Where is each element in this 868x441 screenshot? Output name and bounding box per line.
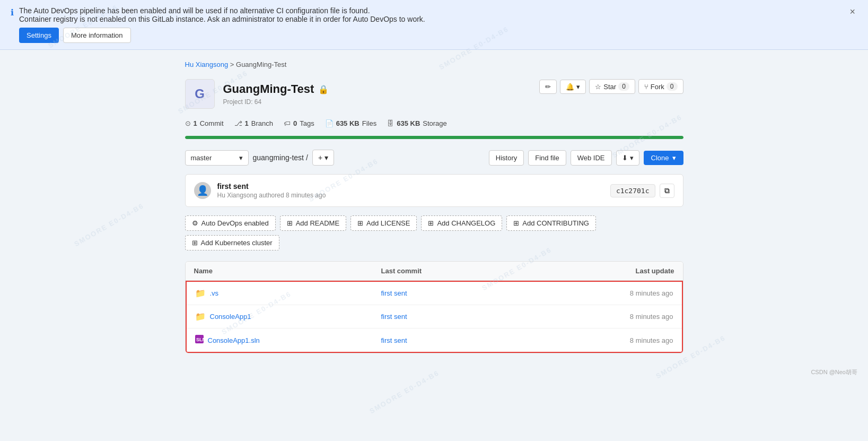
chevron-down-icon: ▾ [630, 154, 634, 162]
storage-size: 635 KB [397, 119, 420, 127]
plus-box-icon: ⊞ [428, 219, 434, 227]
quick-actions: ⚙ Auto DevOps enabled ⊞ Add README ⊞ Add… [185, 215, 683, 250]
download-button[interactable]: ⬇ ▾ [616, 150, 639, 166]
path-name: guangming-test [253, 153, 304, 162]
plus-box-icon: ⊞ [513, 219, 519, 227]
file-name-consoleapp1[interactable]: 📁 ConsoleApp1 [195, 312, 381, 322]
auto-devops-button[interactable]: ⚙ Auto DevOps enabled [185, 215, 276, 231]
commit-hash[interactable]: c1c2701c [610, 184, 655, 197]
add-contributing-button[interactable]: ⊞ Add CONTRIBUTING [506, 215, 596, 231]
auto-devops-label: Auto DevOps enabled [201, 219, 269, 227]
repo-toolbar: master ▾ guangming-test / + ▾ History Fi… [185, 150, 683, 166]
svg-text:SLN: SLN [196, 337, 204, 342]
add-readme-label: Add README [296, 219, 339, 227]
notifications-button[interactable]: 🔔 ▾ [560, 80, 586, 94]
add-contributing-label: Add CONTRIBUTING [522, 219, 589, 227]
add-file-button[interactable]: + ▾ [312, 150, 334, 166]
table-row: SLN ConsoleApp1.sln first sent 8 minutes… [187, 328, 682, 352]
web-ide-button[interactable]: Web IDE [571, 150, 612, 166]
commit-time: authored 8 minutes ago [259, 192, 326, 199]
commit-author: Hu Xiangsong authored 8 minutes ago [217, 192, 326, 199]
banner-message-line2: Container registry is not enabled on thi… [19, 15, 842, 23]
sln-icon: SLN [195, 335, 204, 345]
storage-label: Storage [423, 119, 447, 127]
progress-fill [185, 136, 683, 139]
file-name-sln[interactable]: SLN ConsoleApp1.sln [195, 335, 381, 345]
project-header: G GuangMing-Test 🔒 Project ID: 64 ✏ 🔔 ▾ … [185, 79, 683, 109]
file-name-text: ConsoleApp1 [210, 313, 251, 321]
clone-label: Clone [651, 154, 669, 162]
chevron-down-icon: ▾ [672, 154, 676, 162]
star-label: Star [603, 83, 616, 91]
stat-tags: 🏷 0 Tags [284, 119, 314, 127]
plus-box-icon: ⊞ [357, 219, 363, 227]
edit-button[interactable]: ✏ [539, 80, 557, 94]
plus-box-icon: ⊞ [287, 219, 293, 227]
copy-hash-button[interactable]: ⧉ [660, 184, 674, 198]
tag-count: 0 [293, 119, 297, 127]
file-commit-consoleapp1[interactable]: first sent [381, 313, 567, 321]
plus-box-icon: ⊞ [192, 239, 198, 247]
settings-button[interactable]: Settings [19, 28, 59, 43]
branch-name: master [191, 154, 212, 162]
col-last-update: Last update [568, 267, 674, 275]
add-license-button[interactable]: ⊞ Add LICENSE [350, 215, 417, 231]
history-button[interactable]: History [489, 150, 524, 166]
fork-label: Fork [651, 83, 664, 91]
fork-count: 0 [667, 82, 678, 91]
breadcrumb-owner[interactable]: Hu Xiangsong [185, 60, 229, 68]
branch-count: 1 [245, 119, 249, 127]
table-row: 📁 ConsoleApp1 first sent 8 minutes ago [187, 305, 682, 328]
tag-icon: 🏷 [284, 119, 291, 127]
find-file-button[interactable]: Find file [528, 150, 566, 166]
folder-icon: 📁 [195, 288, 206, 298]
add-kubernetes-label: Add Kubernetes cluster [201, 239, 273, 247]
star-count: 0 [618, 82, 629, 91]
project-id: Project ID: 64 [223, 98, 329, 106]
footer-note: CSDN @Neo胡哥 [0, 364, 868, 381]
add-changelog-label: Add CHANGELOG [437, 219, 495, 227]
file-commit-vs[interactable]: first sent [381, 289, 567, 297]
file-size: 635 KB [336, 119, 360, 127]
file-commit-sln[interactable]: first sent [381, 336, 567, 344]
commit-icon: ⊙ [185, 119, 191, 127]
breadcrumb-separator: > [230, 60, 234, 68]
author-avatar: 👤 [194, 182, 211, 199]
add-kubernetes-button[interactable]: ⊞ Add Kubernetes cluster [185, 235, 279, 250]
auto-devops-banner: ℹ The Auto DevOps pipeline has been enab… [0, 0, 868, 50]
fork-icon: ⑂ [644, 83, 648, 91]
add-changelog-button[interactable]: ⊞ Add CHANGELOG [421, 215, 502, 231]
file-name-text: ConsoleApp1.sln [208, 336, 260, 344]
breadcrumb-repo: GuangMing-Test [236, 60, 286, 68]
storage-icon: 🗄 [387, 119, 394, 127]
more-information-button[interactable]: More information [63, 28, 131, 43]
project-actions: ✏ 🔔 ▾ ☆ Star 0 ⑂ Fork 0 [539, 79, 683, 94]
file-date-consoleapp1: 8 minutes ago [567, 313, 673, 321]
star-icon: ☆ [595, 83, 601, 91]
file-date-vs: 8 minutes ago [567, 289, 673, 297]
plus-icon: + [318, 153, 322, 162]
author-name: Hu Xiangsong [217, 192, 257, 199]
breadcrumb: Hu Xiangsong > GuangMing-Test [185, 60, 683, 68]
stat-branches: ⎇ 1 Branch [234, 119, 273, 127]
fork-button[interactable]: ⑂ Fork 0 [638, 79, 683, 94]
file-name-vs[interactable]: 📁 .vs [195, 288, 381, 298]
banner-message-line1: The Auto DevOps pipeline has been enable… [19, 6, 842, 15]
add-readme-button[interactable]: ⊞ Add README [280, 215, 346, 231]
file-table: Name Last commit Last update 📁 .vs first… [185, 261, 683, 353]
branch-selector[interactable]: master ▾ [185, 150, 249, 166]
stats-bar: ⊙ 1 Commit ⎇ 1 Branch 🏷 0 Tags 📄 635 KB … [185, 119, 683, 127]
file-label: Files [362, 119, 376, 127]
gear-icon: ⚙ [192, 219, 198, 227]
project-name: GuangMing-Test [223, 82, 314, 96]
star-button[interactable]: ☆ Star 0 [589, 79, 635, 94]
close-banner-button[interactable]: × [847, 6, 857, 18]
progress-bar [185, 136, 683, 139]
commit-message[interactable]: first sent [217, 182, 326, 191]
avatar-image: 👤 [197, 185, 208, 196]
commit-count: 1 [194, 119, 197, 127]
clone-button[interactable]: Clone ▾ [644, 151, 683, 165]
stat-storage: 🗄 635 KB Storage [387, 119, 447, 127]
bell-icon: 🔔 [566, 83, 574, 91]
table-row: 📁 .vs first sent 8 minutes ago [187, 282, 682, 305]
